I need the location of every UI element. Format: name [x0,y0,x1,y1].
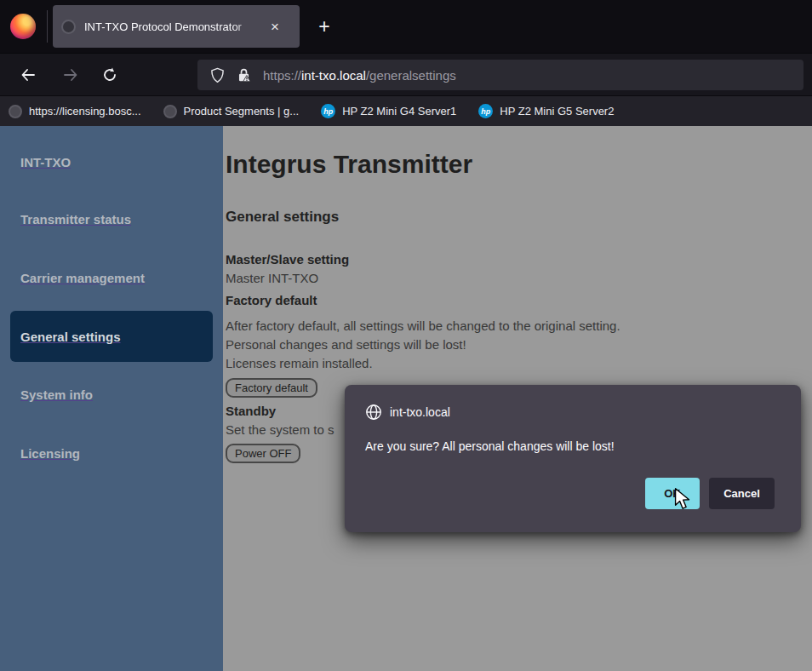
dialog-header: int-txo.local [365,404,450,421]
url-domain: int-txo.local [301,68,366,83]
bookmark-label: https://licensing.bosc... [29,105,141,118]
standby-text: Set the system to s [226,422,335,437]
shield-icon[interactable] [209,67,226,83]
ok-button[interactable]: OK [645,478,700,509]
url-text: https://int-txo.local/generalsettings [263,68,456,83]
reload-icon [101,66,118,83]
factory-default-heading: Factory default [226,293,317,307]
standby-heading: Standby [226,404,276,418]
confirm-dialog: int-txo.local Are you sure? All personal… [345,385,801,532]
url-path: /generalsettings [366,68,456,83]
page-title: Integrus Transmitter [226,150,472,179]
factory-default-button[interactable]: Factory default [226,378,317,398]
back-icon [20,66,37,83]
factory-default-line3: Licenses remain installed. [226,356,373,370]
firefox-icon [10,14,36,39]
globe-icon [163,105,177,118]
dialog-origin: int-txo.local [390,405,450,419]
forward-icon [62,66,79,83]
bookmark-hp-server2[interactable]: hp HP Z2 Mini G5 Server2 [478,104,614,118]
sidebar-nav: INT-TXO Transmitter status Carrier manag… [0,126,223,671]
master-slave-heading: Master/Slave setting [226,252,349,267]
sidebar-item-licensing[interactable]: Licensing [20,446,80,461]
url-bar[interactable]: https://int-txo.local/generalsettings [197,60,803,90]
tab-bar: INT-TXO Protocol Demonstrator × + [0,0,812,53]
lock-warning-icon[interactable] [237,68,251,83]
bookmark-licensing[interactable]: https://licensing.bosc... [9,105,141,118]
hp-icon: hp [321,104,335,118]
bookmark-label: Product Segments | g... [184,105,300,118]
section-title: General settings [226,209,339,226]
globe-icon [9,105,22,118]
new-tab-button[interactable]: + [312,14,337,40]
navigation-toolbar: https://int-txo.local/generalsettings [0,53,812,95]
factory-default-line1: After factory default, all settings will… [226,318,620,333]
tab-close-icon[interactable]: × [266,18,283,35]
sidebar-item-transmitter-status[interactable]: Transmitter status [20,212,131,227]
hp-icon: hp [478,104,493,118]
master-slave-value: Master INT-TXO [226,271,318,285]
dialog-message: Are you sure? All personal changes will … [365,439,615,453]
tab-title: INT-TXO Protocol Demonstrator [84,20,265,33]
sidebar-item-int-txo[interactable]: INT-TXO [20,155,71,169]
bookmark-product-segments[interactable]: Product Segments | g... [163,105,300,118]
back-button[interactable] [14,60,43,89]
globe-icon [365,404,382,421]
factory-default-line2: Personal changes and settings will be lo… [226,337,466,352]
reload-button[interactable] [95,60,124,89]
bookmark-label: HP Z2 Mini G4 Server1 [342,105,456,118]
active-tab[interactable]: INT-TXO Protocol Demonstrator × [53,5,300,48]
bookmark-label: HP Z2 Mini G5 Server2 [500,105,614,118]
tab-separator [47,10,48,43]
sidebar-item-general-settings[interactable]: General settings [20,330,121,344]
site-favicon-icon [61,20,76,34]
sidebar-item-system-info[interactable]: System info [20,387,93,402]
bookmark-hp-server1[interactable]: hp HP Z2 Mini G4 Server1 [321,104,456,118]
cancel-button[interactable]: Cancel [709,478,775,509]
browser-window: INT-TXO Protocol Demonstrator × + [0,0,812,671]
firefox-menu-button[interactable] [9,12,37,41]
power-off-button[interactable]: Power OFF [226,444,300,463]
forward-button[interactable] [56,60,85,89]
bookmarks-toolbar: https://licensing.bosc... Product Segmen… [0,95,812,126]
sidebar-item-carrier-management[interactable]: Carrier management [20,271,145,285]
url-scheme: https:// [263,68,301,83]
